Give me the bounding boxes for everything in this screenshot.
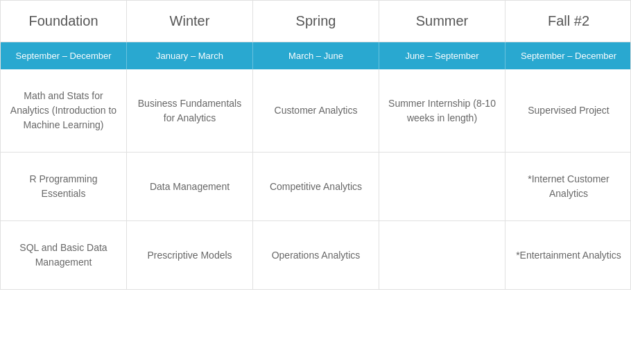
cell-text-0-0: Math and Stats for Analytics (Introducti… — [9, 89, 118, 132]
cell-2-0: SQL and Basic Data Management — [1, 221, 127, 289]
date-cell-4: September – December — [505, 42, 631, 69]
cell-0-3: Summer Internship (8-10 weeks in length) — [379, 69, 505, 152]
cell-text-1-4: *Internet Customer Analytics — [514, 172, 623, 201]
cell-text-0-2: Customer Analytics — [275, 103, 358, 118]
date-cell-2: March – June — [253, 42, 379, 69]
cell-text-1-2: Competitive Analytics — [270, 180, 362, 194]
cell-text-2-2: Operations Analytics — [272, 248, 361, 263]
cell-1-1: Data Management — [127, 153, 253, 220]
cell-1-3 — [379, 153, 505, 220]
schedule-table: Foundation Winter Spring Summer Fall #2 … — [0, 0, 631, 290]
date-label-0: September – December — [15, 51, 111, 61]
cell-0-0: Math and Stats for Analytics (Introducti… — [1, 69, 127, 152]
cell-text-0-4: Supervised Project — [528, 103, 610, 118]
cell-1-0: R Programming Essentials — [1, 153, 127, 220]
date-row: September – December January – March Mar… — [1, 42, 630, 69]
header-label-foundation: Foundation — [28, 13, 98, 28]
header-cell-spring: Spring — [253, 1, 379, 42]
header-label-fall2: Fall #2 — [548, 13, 589, 28]
cell-text-2-0: SQL and Basic Data Management — [9, 241, 118, 270]
cell-0-4: Supervised Project — [505, 69, 631, 152]
cell-0-1: Business Fundamentals for Analytics — [127, 69, 253, 152]
header-label-winter: Winter — [170, 13, 210, 28]
cell-text-2-1: Prescriptive Models — [147, 248, 232, 263]
cell-text-0-1: Business Fundamentals for Analytics — [135, 96, 244, 125]
cell-text-0-3: Summer Internship (8-10 weeks in length) — [388, 96, 496, 125]
header-label-summer: Summer — [416, 13, 469, 28]
header-cell-winter: Winter — [127, 1, 253, 42]
cell-text-1-0: R Programming Essentials — [9, 172, 118, 201]
header-cell-fall2: Fall #2 — [505, 1, 631, 42]
cell-0-2: Customer Analytics — [253, 69, 379, 152]
header-cell-foundation: Foundation — [1, 1, 127, 42]
date-label-4: September – December — [521, 51, 616, 61]
cell-2-3 — [379, 221, 505, 289]
cell-text-2-4: *Entertainment Analytics — [516, 248, 621, 263]
date-cell-3: June – September — [379, 42, 505, 69]
cell-1-4: *Internet Customer Analytics — [505, 153, 631, 220]
date-cell-0: September – December — [1, 42, 127, 69]
header-label-spring: Spring — [296, 13, 336, 28]
header-cell-summer: Summer — [379, 1, 505, 42]
cell-2-2: Operations Analytics — [253, 221, 379, 289]
date-cell-1: January – March — [127, 42, 253, 69]
content-row-2: SQL and Basic Data Management Prescripti… — [1, 221, 630, 289]
header-row: Foundation Winter Spring Summer Fall #2 — [1, 1, 630, 42]
content-row-0: Math and Stats for Analytics (Introducti… — [1, 69, 630, 153]
content-row-1: R Programming Essentials Data Management… — [1, 153, 630, 221]
cell-1-2: Competitive Analytics — [253, 153, 379, 220]
date-label-3: June – September — [405, 51, 478, 61]
cell-2-1: Prescriptive Models — [127, 221, 253, 289]
cell-2-4: *Entertainment Analytics — [505, 221, 631, 289]
date-label-2: March – June — [288, 51, 343, 61]
date-label-1: January – March — [156, 51, 223, 61]
cell-text-1-1: Data Management — [150, 180, 230, 194]
